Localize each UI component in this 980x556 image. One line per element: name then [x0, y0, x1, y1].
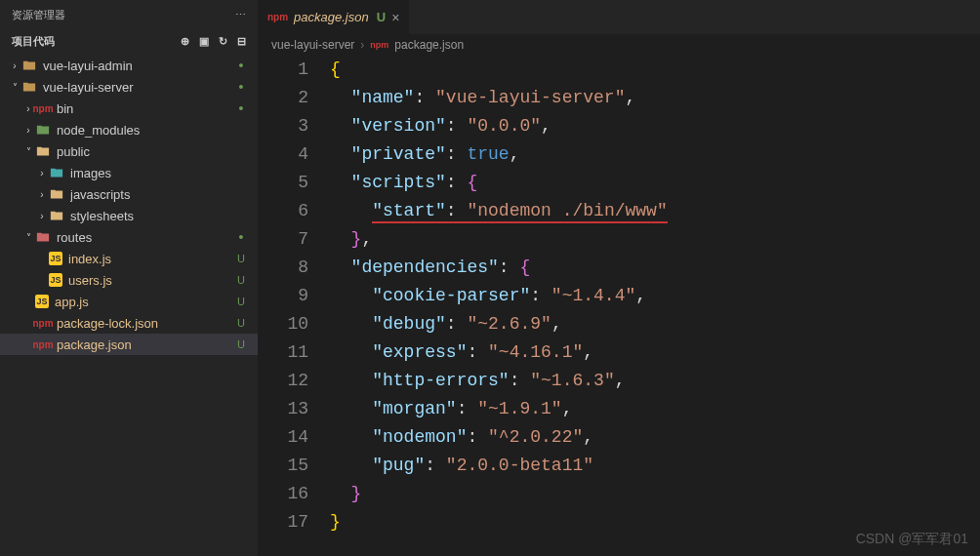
token: "~4.16.1" [488, 342, 583, 362]
code-line[interactable]: "pug": "2.0.0-beta11" [330, 452, 980, 480]
code-content[interactable]: { "name": "vue-layui-server", "version":… [326, 56, 980, 556]
git-badge: U [232, 274, 250, 286]
tree-label: users.js [68, 273, 232, 288]
code-line[interactable]: } [330, 480, 980, 508]
tree-item-javascripts[interactable]: ›javascripts [0, 183, 258, 205]
tree-item-vue-layui-admin[interactable]: ›vue-layui-admin• [0, 55, 258, 76]
twist-icon[interactable]: ˅ [8, 82, 21, 93]
close-icon[interactable]: × [391, 10, 399, 25]
line-number: 15 [258, 452, 308, 480]
token [330, 201, 372, 220]
token: "nodemon ./bin/www" [467, 201, 667, 223]
line-number: 5 [258, 169, 308, 197]
folder-icon [49, 187, 64, 201]
chevron-right-icon: › [360, 38, 364, 52]
line-number: 13 [258, 395, 308, 423]
token: "~1.9.1" [477, 399, 561, 418]
code-line[interactable]: "cookie-parser": "~1.4.4", [330, 282, 980, 310]
tree-item-routes[interactable]: ˅routes• [0, 226, 258, 248]
twist-icon[interactable]: › [35, 189, 49, 200]
tree-item-images[interactable]: ›images [0, 162, 258, 183]
token [330, 286, 372, 305]
explorer-more-icon[interactable]: ⋯ [235, 9, 246, 21]
code-line[interactable]: "morgan": "~1.9.1", [330, 395, 980, 423]
token: : [467, 427, 488, 447]
git-badge: • [232, 230, 250, 244]
tree-item-users-js[interactable]: JSusers.jsU [0, 269, 258, 291]
tree-item-node-modules[interactable]: ›node_modules [0, 119, 258, 140]
code-line[interactable]: "scripts": { [330, 169, 980, 197]
tab-bar: npm package.json U × [258, 0, 980, 34]
code-line[interactable]: "version": "0.0.0", [330, 112, 980, 140]
code-line[interactable]: "nodemon": "^2.0.22", [330, 423, 980, 452]
git-badge: U [232, 296, 250, 307]
twist-icon[interactable]: › [35, 168, 49, 179]
line-number: 2 [258, 84, 308, 112]
token: "scripts" [351, 173, 446, 192]
token: "~1.6.3" [530, 371, 614, 390]
code-line[interactable]: "dependencies": { [330, 254, 980, 282]
tree-item-package-json[interactable]: npmpackage.jsonU [0, 334, 258, 355]
twist-icon[interactable]: › [21, 125, 35, 136]
token [330, 427, 372, 447]
code-line[interactable]: }, [330, 225, 980, 254]
token: "express" [372, 342, 467, 362]
token: "^2.0.22" [488, 427, 583, 447]
token [330, 258, 351, 277]
twist-icon[interactable]: › [8, 60, 21, 71]
tree-label: package-lock.json [57, 316, 232, 331]
code-line[interactable]: { [330, 56, 980, 84]
code-line[interactable]: "express": "~4.16.1", [330, 338, 980, 367]
line-number: 14 [258, 423, 308, 452]
line-number: 17 [258, 508, 308, 536]
code-line[interactable]: "name": "vue-layui-server", [330, 84, 980, 112]
tab-package-json[interactable]: npm package.json U × [258, 0, 410, 34]
crumb-root[interactable]: vue-layui-server [271, 38, 354, 52]
code-line[interactable]: "http-errors": "~1.6.3", [330, 367, 980, 395]
token: "~1.4.4" [551, 286, 635, 305]
tree-item-vue-layui-server[interactable]: ˅vue-layui-server• [0, 76, 258, 98]
token: } [351, 484, 362, 503]
token [330, 399, 372, 418]
token: "pug" [372, 456, 425, 475]
crumb-file[interactable]: package.json [394, 38, 464, 52]
explorer-actions: ⊕ ▣ ↻ ⊟ [181, 35, 246, 48]
tree-item-package-lock-json[interactable]: npmpackage-lock.jsonU [0, 312, 258, 334]
token: "cookie-parser" [372, 286, 530, 305]
token: "http-errors" [372, 371, 509, 390]
new-file-icon[interactable]: ⊕ [181, 35, 189, 48]
token: "2.0.0-beta11" [446, 456, 593, 475]
tree-item-index-js[interactable]: JSindex.jsU [0, 248, 258, 269]
line-number: 3 [258, 112, 308, 140]
refresh-icon[interactable]: ↻ [219, 35, 227, 48]
twist-icon[interactable]: ˅ [21, 232, 35, 243]
tree-item-public[interactable]: ˅public [0, 140, 258, 162]
twist-icon[interactable]: ˅ [21, 146, 35, 157]
token: } [351, 229, 362, 249]
line-number: 10 [258, 310, 308, 338]
new-folder-icon[interactable]: ▣ [199, 35, 209, 48]
tree-item-stylesheets[interactable]: ›stylesheets [0, 205, 258, 226]
token [330, 116, 351, 136]
token: , [583, 427, 593, 447]
twist-icon[interactable]: › [35, 211, 49, 221]
line-number: 12 [258, 367, 308, 395]
code-line[interactable]: "private": true, [330, 140, 980, 169]
token: "nodemon" [372, 427, 467, 447]
tree-label: javascripts [70, 187, 232, 202]
collapse-icon[interactable]: ⊟ [237, 35, 246, 48]
tree-label: bin [57, 101, 232, 116]
git-badge: • [232, 101, 250, 115]
tree-item-bin[interactable]: ›npmbin• [0, 98, 258, 119]
token: : [510, 371, 531, 390]
project-header[interactable]: 项目代码 ⊕ ▣ ↻ ⊟ [0, 30, 258, 53]
code-line[interactable]: } [330, 508, 980, 536]
token: , [562, 399, 573, 418]
tree-item-app-js[interactable]: JSapp.jsU [0, 291, 258, 312]
code-editor[interactable]: 1234567891011121314151617 { "name": "vue… [258, 56, 980, 556]
editor-area: npm package.json U × vue-layui-server › … [258, 0, 980, 556]
code-line[interactable]: "start": "nodemon ./bin/www" [330, 197, 980, 225]
explorer-title-row: 资源管理器 ⋯ [0, 0, 258, 30]
token [330, 456, 372, 475]
code-line[interactable]: "debug": "~2.6.9", [330, 310, 980, 338]
